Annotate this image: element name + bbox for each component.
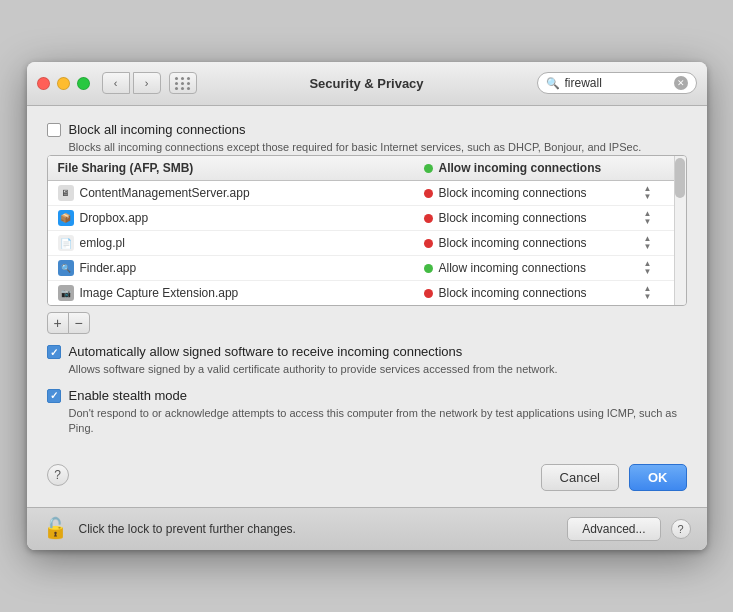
table-controls: + − xyxy=(47,312,687,334)
back-button[interactable]: ‹ xyxy=(102,72,130,94)
stepper[interactable]: ▲▼ xyxy=(644,285,664,301)
app-icon: 🖥 xyxy=(58,185,74,201)
forward-button[interactable]: › xyxy=(133,72,161,94)
lock-icon[interactable]: 🔓 xyxy=(43,516,69,542)
status-cell: Block incoming connections xyxy=(424,186,644,200)
bottom-help-button[interactable]: ? xyxy=(671,519,691,539)
app-name-cell: 🔍 Finder.app xyxy=(58,260,424,276)
app-name-label: ContentManagementServer.app xyxy=(80,186,250,200)
status-dot xyxy=(424,239,433,248)
table-row[interactable]: 🖥 ContentManagementServer.app Block inco… xyxy=(48,181,674,206)
table-header: File Sharing (AFP, SMB) Allow incoming c… xyxy=(48,156,674,181)
status-dot xyxy=(424,289,433,298)
stealth-mode-checkbox[interactable] xyxy=(47,389,61,403)
app-table: File Sharing (AFP, SMB) Allow incoming c… xyxy=(48,156,674,305)
advanced-button[interactable]: Advanced... xyxy=(567,517,660,541)
app-name-cell: 🖥 ContentManagementServer.app xyxy=(58,185,424,201)
app-name-cell: 📷 Image Capture Extension.app xyxy=(58,285,424,301)
status-label: Allow incoming connections xyxy=(439,261,586,275)
app-table-wrapper: File Sharing (AFP, SMB) Allow incoming c… xyxy=(47,155,687,306)
search-input[interactable] xyxy=(565,76,669,90)
window-title: Security & Privacy xyxy=(309,76,423,91)
stepper[interactable]: ▲▼ xyxy=(644,235,664,251)
auto-signed-description: Allows software signed by a valid certif… xyxy=(69,362,558,377)
status-cell: Block incoming connections xyxy=(424,211,644,225)
auto-signed-label: Automatically allow signed software to r… xyxy=(69,344,558,359)
status-label: Block incoming connections xyxy=(439,286,587,300)
search-box[interactable]: 🔍 ✕ xyxy=(537,72,697,94)
stealth-mode-row: Enable stealth mode Don't respond to or … xyxy=(47,388,687,437)
nav-buttons: ‹ › xyxy=(102,72,161,94)
header-dot-green xyxy=(424,164,433,173)
app-icon: 📦 xyxy=(58,210,74,226)
stealth-mode-text-group: Enable stealth mode Don't respond to or … xyxy=(69,388,687,437)
status-cell: Block incoming connections xyxy=(424,286,644,300)
bottom-bar: 🔓 Click the lock to prevent further chan… xyxy=(27,507,707,550)
add-button[interactable]: + xyxy=(47,312,69,334)
remove-button[interactable]: − xyxy=(68,312,90,334)
status-label: Block incoming connections xyxy=(439,236,587,250)
status-column-label: Allow incoming connections xyxy=(439,161,602,175)
content-area: Block all incoming connections Blocks al… xyxy=(27,106,707,508)
dialog-buttons: ? Cancel OK xyxy=(47,452,687,491)
scrollbar-thumb[interactable] xyxy=(675,158,685,198)
stealth-mode-description: Don't respond to or acknowledge attempts… xyxy=(69,406,687,437)
block-all-description: Blocks all incoming connections except t… xyxy=(69,140,642,155)
table-body: 🖥 ContentManagementServer.app Block inco… xyxy=(48,181,674,305)
app-icon: 📷 xyxy=(58,285,74,301)
table-row[interactable]: 📷 Image Capture Extension.app Block inco… xyxy=(48,281,674,305)
search-clear-button[interactable]: ✕ xyxy=(674,76,688,90)
app-name-label: Image Capture Extension.app xyxy=(80,286,239,300)
lock-text: Click the lock to prevent further change… xyxy=(79,522,558,536)
search-icon: 🔍 xyxy=(546,77,560,90)
status-dot xyxy=(424,189,433,198)
auto-signed-text-group: Automatically allow signed software to r… xyxy=(69,344,558,377)
app-column-header: File Sharing (AFP, SMB) xyxy=(58,161,424,175)
table-row[interactable]: 📄 emlog.pl Block incoming connections ▲▼ xyxy=(48,231,674,256)
app-name-cell: 📦 Dropbox.app xyxy=(58,210,424,226)
app-name-label: Dropbox.app xyxy=(80,211,149,225)
status-cell: Block incoming connections xyxy=(424,236,644,250)
auto-signed-row: Automatically allow signed software to r… xyxy=(47,344,687,377)
cancel-button[interactable]: Cancel xyxy=(541,464,619,491)
stepper[interactable]: ▲▼ xyxy=(644,185,664,201)
block-all-label: Block all incoming connections xyxy=(69,122,642,137)
app-name-label: Finder.app xyxy=(80,261,137,275)
status-column-header: Allow incoming connections xyxy=(424,161,644,175)
minimize-button[interactable] xyxy=(57,77,70,90)
close-button[interactable] xyxy=(37,77,50,90)
grid-button[interactable] xyxy=(169,72,197,94)
status-cell: Allow incoming connections xyxy=(424,261,644,275)
status-label: Block incoming connections xyxy=(439,186,587,200)
stealth-mode-label: Enable stealth mode xyxy=(69,388,687,403)
help-button[interactable]: ? xyxy=(47,464,69,486)
table-row[interactable]: 📦 Dropbox.app Block incoming connections… xyxy=(48,206,674,231)
scrollbar-track[interactable] xyxy=(674,156,686,305)
block-all-row: Block all incoming connections Blocks al… xyxy=(47,122,687,155)
ok-button[interactable]: OK xyxy=(629,464,687,491)
app-icon: 🔍 xyxy=(58,260,74,276)
app-name-cell: 📄 emlog.pl xyxy=(58,235,424,251)
status-dot xyxy=(424,214,433,223)
status-label: Block incoming connections xyxy=(439,211,587,225)
block-all-text-group: Block all incoming connections Blocks al… xyxy=(69,122,642,155)
traffic-lights xyxy=(37,77,90,90)
main-window: ‹ › Security & Privacy 🔍 ✕ Block all inc… xyxy=(27,62,707,551)
status-dot xyxy=(424,264,433,273)
auto-signed-checkbox[interactable] xyxy=(47,345,61,359)
app-icon: 📄 xyxy=(58,235,74,251)
block-all-checkbox[interactable] xyxy=(47,123,61,137)
stepper[interactable]: ▲▼ xyxy=(644,260,664,276)
app-name-label: emlog.pl xyxy=(80,236,125,250)
stepper[interactable]: ▲▼ xyxy=(644,210,664,226)
titlebar: ‹ › Security & Privacy 🔍 ✕ xyxy=(27,62,707,106)
table-row[interactable]: 🔍 Finder.app Allow incoming connections … xyxy=(48,256,674,281)
maximize-button[interactable] xyxy=(77,77,90,90)
